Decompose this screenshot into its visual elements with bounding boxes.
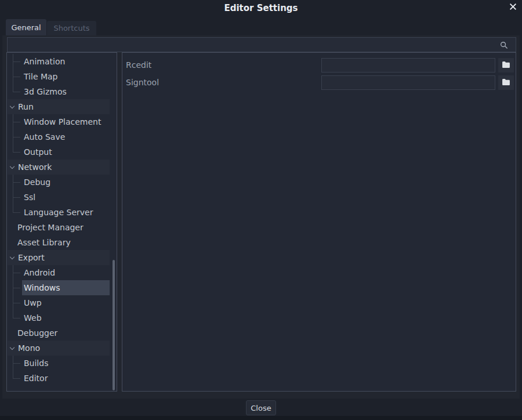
tree-section-export[interactable]: Export bbox=[8, 250, 110, 265]
tree-item-debug[interactable]: Debug bbox=[8, 175, 110, 190]
tree-section-run[interactable]: Run bbox=[8, 99, 110, 114]
search-input[interactable] bbox=[8, 38, 516, 52]
tree-section-network[interactable]: Network bbox=[8, 160, 110, 175]
tree-item-project-manager[interactable]: Project Manager bbox=[8, 220, 110, 235]
signtool-path-input[interactable] bbox=[321, 75, 495, 90]
tree-item-animation[interactable]: Animation bbox=[8, 54, 110, 69]
folder-icon bbox=[502, 61, 510, 70]
tree-item-label: Editor bbox=[24, 374, 48, 383]
page-title: Editor Settings bbox=[0, 3, 522, 13]
tree-item-window-placement[interactable]: Window Placement bbox=[8, 114, 110, 129]
tree-item-label: Android bbox=[24, 268, 55, 277]
tree-item-builds[interactable]: Builds bbox=[8, 356, 110, 371]
tree-item-3d-gizmos[interactable]: 3d Gizmos bbox=[8, 84, 110, 99]
tree-section-label: Run bbox=[18, 102, 34, 111]
property-label: Signtool bbox=[126, 75, 159, 90]
tab-general[interactable]: General bbox=[6, 19, 46, 35]
tree-item-android[interactable]: Android bbox=[8, 265, 110, 280]
tree-item-language-server[interactable]: Language Server bbox=[8, 205, 110, 220]
close-icon bbox=[509, 2, 517, 13]
chevron-down-icon[interactable] bbox=[9, 345, 15, 351]
tree-section-mono[interactable]: Mono bbox=[8, 341, 110, 356]
signtool-browse-button[interactable] bbox=[498, 75, 514, 90]
tree-item-label: Uwp bbox=[24, 298, 42, 307]
close-button[interactable]: Close bbox=[246, 400, 276, 415]
tab-shortcuts[interactable]: Shortcuts bbox=[47, 21, 96, 35]
tree-item-debugger[interactable]: Debugger bbox=[8, 325, 110, 341]
search-icon bbox=[500, 41, 508, 49]
folder-icon bbox=[502, 78, 510, 87]
tree-item-label: Project Manager bbox=[17, 223, 84, 232]
tree-scrollbar-thumb[interactable] bbox=[113, 260, 115, 390]
tree-item-label: Auto Save bbox=[24, 132, 65, 142]
tree-item-editor[interactable]: Editor bbox=[8, 371, 110, 386]
property-row-rcedit: Rcedit bbox=[125, 58, 516, 73]
tree-item-label: Output bbox=[24, 147, 52, 157]
tree-item-asset-library[interactable]: Asset Library bbox=[8, 235, 110, 250]
close-window-button[interactable] bbox=[507, 2, 518, 12]
tree-item-label: Ssl bbox=[24, 193, 35, 202]
property-row-signtool: Signtool bbox=[125, 75, 516, 90]
tree-section-label: Network bbox=[18, 162, 52, 172]
tree-item-label: Web bbox=[24, 313, 42, 323]
tree-item-web[interactable]: Web bbox=[8, 310, 110, 325]
rcedit-browse-button[interactable] bbox=[498, 58, 514, 73]
tree-item-label: Animation bbox=[24, 57, 65, 66]
settings-tree: Animation Tile Map 3d Gizmos Run Window … bbox=[8, 54, 110, 386]
tree-item-label: Debugger bbox=[17, 328, 57, 338]
tree-item-label: Builds bbox=[24, 359, 48, 368]
tree-item-label: Language Server bbox=[24, 208, 93, 217]
search-bar bbox=[7, 37, 516, 52]
tab-general-label: General bbox=[11, 23, 41, 32]
tree-item-label: Windows bbox=[24, 283, 60, 292]
rcedit-path-input[interactable] bbox=[321, 58, 495, 73]
tree-item-label: Window Placement bbox=[24, 117, 102, 126]
tree-item-label: 3d Gizmos bbox=[24, 87, 67, 96]
chevron-down-icon[interactable] bbox=[9, 104, 15, 110]
tree-item-ssl[interactable]: Ssl bbox=[8, 190, 110, 205]
tree-section-label: Export bbox=[18, 253, 45, 262]
tree-section-label: Mono bbox=[18, 343, 40, 353]
tree-item-output[interactable]: Output bbox=[8, 144, 110, 160]
chevron-down-icon[interactable] bbox=[9, 164, 15, 170]
tree-item-label: Tile Map bbox=[24, 72, 58, 81]
tree-item-label: Asset Library bbox=[17, 238, 71, 247]
tree-item-uwp[interactable]: Uwp bbox=[8, 295, 110, 310]
window-bottom-edge bbox=[0, 416, 522, 420]
tree-item-windows[interactable]: Windows bbox=[8, 280, 110, 295]
close-button-label: Close bbox=[251, 404, 271, 412]
tree-item-tile-map[interactable]: Tile Map bbox=[8, 69, 110, 84]
properties-panel: Rcedit Signtool bbox=[122, 52, 516, 392]
property-label: Rcedit bbox=[126, 58, 151, 73]
tree-item-auto-save[interactable]: Auto Save bbox=[8, 129, 110, 144]
tree-item-label: Debug bbox=[24, 178, 50, 187]
tab-shortcuts-label: Shortcuts bbox=[53, 24, 89, 32]
chevron-down-icon[interactable] bbox=[9, 255, 15, 260]
settings-tree-panel: Animation Tile Map 3d Gizmos Run Window … bbox=[6, 52, 117, 392]
